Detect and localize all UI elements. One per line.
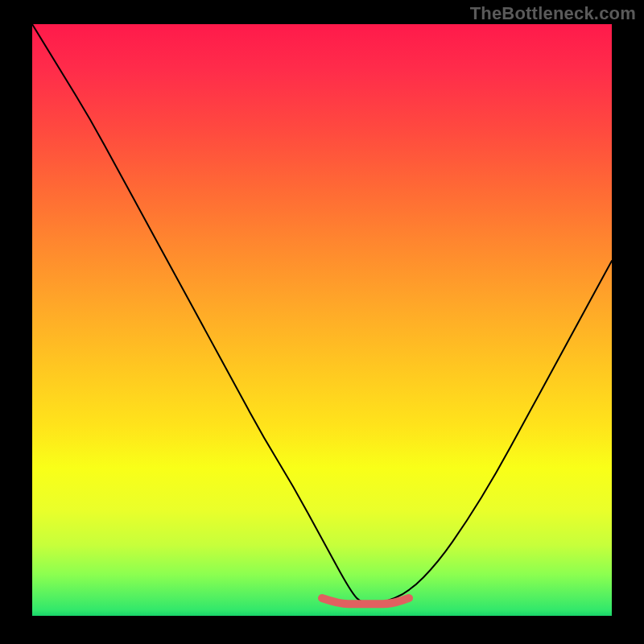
chart-frame: TheBottleneck.com — [0, 0, 644, 644]
watermark-text: TheBottleneck.com — [470, 3, 636, 24]
bottleneck-curve-svg — [32, 24, 612, 616]
plot-area — [32, 24, 612, 616]
minimum-accent — [322, 598, 409, 604]
bottleneck-curve — [32, 24, 612, 604]
